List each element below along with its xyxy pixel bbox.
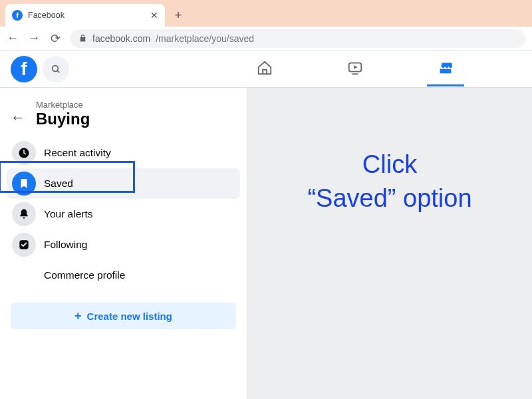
sidebar-item-label: Commerce profile [44, 269, 125, 281]
browser-tab-bar: f Facebook ✕ + [0, 0, 532, 27]
buying-sidebar: ← Marketplace Buying Recent activity Sav… [0, 88, 247, 399]
create-new-listing-button[interactable]: + Create new listing [11, 303, 236, 329]
sidebar-item-your-alerts[interactable]: Your alerts [7, 199, 240, 229]
svg-line-1 [57, 70, 59, 72]
tab-title: Facebook [28, 11, 145, 20]
sidebar-item-label: Your alerts [44, 208, 93, 220]
checklist-icon [12, 233, 36, 257]
bookmark-icon [12, 172, 36, 196]
facebook-logo[interactable]: f [11, 56, 37, 82]
breadcrumb[interactable]: Marketplace [36, 100, 90, 110]
annotation-line: “Saved” option [307, 182, 471, 215]
facebook-header: f [0, 51, 532, 88]
plus-icon: + [74, 309, 82, 323]
back-icon[interactable]: ← [11, 109, 25, 126]
nav-reload-icon[interactable]: ⟳ [49, 31, 61, 46]
sidebar-item-saved[interactable]: Saved [7, 168, 240, 199]
nav-back-icon[interactable]: ← [7, 31, 19, 45]
page-title: Buying [36, 110, 90, 128]
annotation-line: Click [307, 148, 471, 182]
search-button[interactable] [43, 56, 69, 82]
close-tab-icon[interactable]: ✕ [150, 10, 158, 21]
browser-tab[interactable]: f Facebook ✕ [5, 4, 165, 27]
sidebar-item-commerce-profile[interactable]: Commerce profile [7, 260, 240, 291]
annotation-text: Click “Saved” option [307, 148, 471, 216]
new-tab-button[interactable]: + [169, 6, 188, 25]
top-nav-tabs [69, 52, 521, 86]
sidebar-header: ← Marketplace Buying [7, 97, 240, 138]
sidebar-item-label: Recent activity [44, 147, 111, 159]
address-bar[interactable]: facebook.com/marketplace/you/saved [70, 29, 525, 48]
svg-point-0 [53, 65, 59, 71]
sidebar-item-label: Saved [44, 178, 73, 190]
sidebar-item-following[interactable]: Following [7, 229, 240, 260]
clock-icon [12, 141, 36, 165]
url-host: facebook.com [92, 33, 150, 44]
tab-marketplace[interactable] [427, 52, 464, 86]
lock-icon [78, 34, 87, 43]
nav-forward-icon[interactable]: → [28, 31, 40, 45]
sidebar-item-label: Following [44, 239, 87, 251]
browser-toolbar: ← → ⟳ facebook.com/marketplace/you/saved [0, 27, 532, 51]
tab-watch[interactable] [336, 52, 374, 86]
facebook-favicon: f [12, 10, 23, 21]
url-path: /marketplace/you/saved [156, 33, 254, 44]
bell-icon [12, 202, 36, 226]
sidebar-item-recent-activity[interactable]: Recent activity [7, 138, 240, 168]
create-button-label: Create new listing [87, 311, 172, 322]
main-panel: Click “Saved” option [247, 88, 532, 399]
page-body: ← Marketplace Buying Recent activity Sav… [0, 88, 532, 399]
tab-home[interactable] [246, 52, 283, 86]
